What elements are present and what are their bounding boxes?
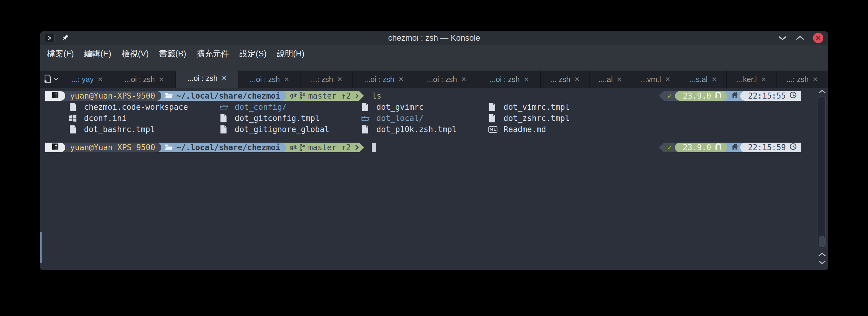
tab-close-icon[interactable]: × <box>575 75 580 83</box>
node-icon <box>715 143 721 152</box>
pin-icon[interactable] <box>61 34 69 42</box>
scrollbar-down-icon[interactable] <box>818 260 826 265</box>
time-text: 22:15:55 <box>748 91 786 100</box>
tab-10[interactable]: ....al× <box>590 71 631 88</box>
tab-1[interactable]: ...: yay× <box>61 71 113 88</box>
menu-item-1[interactable]: 檔案(F) <box>42 47 79 60</box>
terminal-screen[interactable]: yuan@Yuan-XPS-9500 ~/.local/share/chezmo… <box>40 88 828 270</box>
user-host-text: yuan@Yuan-XPS-9500 <box>70 143 155 152</box>
file-name: dconf.ini <box>84 114 127 123</box>
tab-close-icon[interactable]: × <box>399 75 403 83</box>
minimize-button[interactable] <box>778 35 787 41</box>
manjaro-logo-icon <box>52 91 59 100</box>
powerline-arrow-icon <box>359 91 364 101</box>
tab-6[interactable]: ...oi : zsh× <box>353 71 415 88</box>
tab-3[interactable]: ...oi : zsh× <box>176 71 238 88</box>
folder-icon <box>361 114 371 122</box>
tab-close-icon[interactable]: × <box>761 75 766 83</box>
tab-close-icon[interactable]: × <box>98 75 103 83</box>
git-segment: git master ↑2 <box>281 143 359 152</box>
tab-label: ...ker.l <box>737 75 757 84</box>
node-version-text: 23.9.0 <box>683 91 711 100</box>
tab-8[interactable]: ...oi : zsh× <box>478 71 541 88</box>
file-name: dot_config/ <box>235 103 287 112</box>
konsole-window-icon <box>45 33 55 43</box>
scrollbar-up-icon[interactable] <box>818 89 826 94</box>
tab-2[interactable]: ...oi : zsh× <box>113 71 176 88</box>
tab-4[interactable]: ...oi : zsh× <box>238 71 301 88</box>
scrollbar[interactable] <box>816 88 828 270</box>
menu-item-6[interactable]: 設定(S) <box>234 47 272 60</box>
tab-list: ...: yay×...oi : zsh×...oi : zsh×...oi :… <box>40 71 828 88</box>
tab-close-icon[interactable]: × <box>524 75 529 83</box>
tab-12[interactable]: ...s.al× <box>680 71 727 88</box>
menu-item-3[interactable]: 檢視(V) <box>116 47 154 60</box>
git-segment: git master ↑2 <box>281 91 359 101</box>
tab-close-icon[interactable]: × <box>337 75 342 83</box>
menu-item-4[interactable]: 書籤(B) <box>154 47 191 60</box>
new-tab-icon[interactable] <box>43 74 52 84</box>
title-bar[interactable]: chezmoi : zsh — Konsole <box>40 31 828 45</box>
home-icon <box>731 143 738 152</box>
chevron-right-icon <box>354 145 359 150</box>
maximize-button[interactable] <box>796 35 805 41</box>
scrollbar-thumb[interactable] <box>819 236 825 247</box>
tab-9[interactable]: ... zsh× <box>540 71 589 88</box>
scrollbar-track[interactable] <box>817 96 826 248</box>
file-name: dot_zshrc.tmpl <box>503 114 569 123</box>
cwd-segment: ~/.local/share/chezmoi <box>156 91 286 101</box>
file-name: Readme.md <box>503 125 546 134</box>
right-prompt-2: ✓ 23.9.0 22:15:59 <box>659 143 801 152</box>
tab-close-icon[interactable]: × <box>461 75 466 83</box>
git-branch-icon <box>299 143 306 151</box>
scrollbar-up2-icon[interactable] <box>818 252 826 257</box>
git-ahead-text: ↑2 <box>341 91 351 100</box>
git-ahead-text: ↑2 <box>341 143 351 152</box>
file-icon <box>220 114 230 123</box>
tab-dropdown-icon[interactable] <box>54 77 58 82</box>
file-entry: dconf.ini <box>69 112 220 124</box>
close-button[interactable] <box>813 33 823 43</box>
node-version-segment: 23.9.0 <box>675 91 727 101</box>
tab-close-icon[interactable]: × <box>159 75 164 83</box>
tab-close-icon[interactable]: × <box>284 75 289 83</box>
user-host-segment: yuan@Yuan-XPS-9500 <box>60 91 161 101</box>
file-name: dot_vimrc.tmpl <box>503 103 569 112</box>
tab-label: ...oi : zsh <box>427 75 457 84</box>
tab-11[interactable]: ...vm.l× <box>631 71 680 88</box>
time-segment: 22:15:59 <box>740 143 801 152</box>
tab-7[interactable]: ...oi : zsh× <box>415 71 478 88</box>
tab-close-icon[interactable]: × <box>222 74 226 82</box>
chevron-right-icon <box>354 93 359 98</box>
tab-5[interactable]: ...: zsh× <box>301 71 353 88</box>
left-prompt-2: yuan@Yuan-XPS-9500 ~/.local/share/chezmo… <box>45 143 364 152</box>
file-column-2: dot_config/dot_gitconfig.tmpldot_gitigno… <box>220 101 361 135</box>
cwd-segment: ~/.local/share/chezmoi <box>156 143 286 152</box>
scrolled-lines-indicator <box>40 232 42 263</box>
file-icon <box>361 125 371 134</box>
file-entry: dot_gitconfig.tmpl <box>220 112 361 124</box>
command-text: ls <box>372 91 381 100</box>
menu-item-7[interactable]: 說明(H) <box>272 47 309 60</box>
clock-icon <box>789 91 797 100</box>
file-icon <box>220 125 230 134</box>
file-name: dot_gitignore_global <box>235 125 329 134</box>
check-icon: ✓ <box>668 143 672 152</box>
menu-item-2[interactable]: 編輯(E) <box>79 47 116 60</box>
tab-13[interactable]: ...ker.l× <box>727 71 776 88</box>
git-label: git <box>290 144 297 150</box>
powerline-arrow-icon <box>359 143 364 152</box>
file-icon <box>361 103 371 112</box>
left-prompt: yuan@Yuan-XPS-9500 ~/.local/share/chezmo… <box>45 91 364 101</box>
manjaro-logo-icon <box>52 143 59 152</box>
tab-close-icon[interactable]: × <box>813 75 817 83</box>
tab-label: ...oi : zsh <box>490 75 520 84</box>
tab-close-icon[interactable]: × <box>665 75 670 83</box>
tab-label: ... zsh <box>550 75 570 84</box>
tab-close-icon[interactable]: × <box>712 75 717 83</box>
tab-14[interactable]: ...: zsh× <box>776 71 829 88</box>
tab-close-icon[interactable]: × <box>617 75 622 83</box>
menu-item-5[interactable]: 擴充元件 <box>191 47 234 60</box>
window-title: chezmoi : zsh — Konsole <box>388 33 480 43</box>
markdown-icon <box>488 126 499 133</box>
